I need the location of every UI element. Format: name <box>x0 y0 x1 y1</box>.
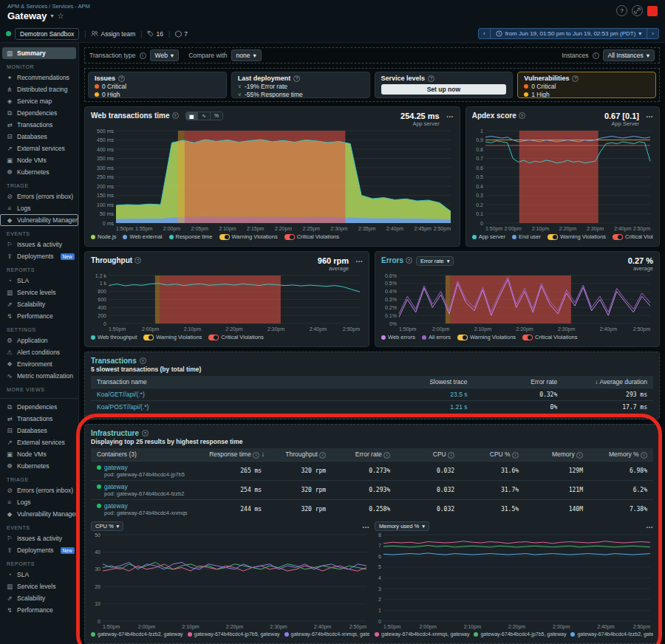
breadcrumb[interactable]: APM & Services / Services - APM <box>7 3 90 10</box>
help-icon[interactable]: ? <box>142 430 149 436</box>
container-link[interactable]: gateway <box>104 502 128 510</box>
infra-column-header[interactable]: Containers (3) <box>91 448 203 461</box>
legend-item[interactable]: Warning Violations <box>143 334 202 340</box>
sidebar-item-dependencies[interactable]: ⧉Dependencies <box>0 107 78 119</box>
sidebar-item-alert-conditions[interactable]: ⚠Alert conditions <box>0 346 78 358</box>
panel-menu-icon[interactable]: … <box>446 112 454 119</box>
cpu-metric-select[interactable]: CPU %▾ <box>91 521 123 531</box>
help-icon[interactable]: ? <box>293 75 300 82</box>
compare-with-select[interactable]: none▾ <box>231 49 262 61</box>
tx-column-header[interactable]: Slowest trace <box>383 376 474 388</box>
sidebar-item-metric-normalization[interactable]: ∿Metric normalization <box>0 370 78 382</box>
sidebar-item-vulnerability-management[interactable]: ◆Vulnerability Management <box>0 214 78 226</box>
infra-column-header[interactable]: Error rate i <box>332 448 396 461</box>
help-icon[interactable]: ? <box>428 75 434 82</box>
sidebar-item-vulnerability-management[interactable]: ◆Vulnerability Management <box>0 508 78 520</box>
sidebar-item-sla[interactable]: ◔SLA <box>0 275 78 287</box>
panel-menu-icon[interactable]: … <box>355 256 363 264</box>
legend-item[interactable]: Critical Violations <box>208 334 263 340</box>
legend-item[interactable]: Warning Violations <box>457 334 516 340</box>
tags-button[interactable]: 16 <box>147 30 163 38</box>
account-selector[interactable]: Demotron Sandbox <box>15 28 79 40</box>
sidebar-item-transactions[interactable]: ⇄Transactions <box>0 119 78 131</box>
sidebar-item-errors-errors-inbox[interactable]: ⊘Errors (errors inbox)New <box>0 191 78 202</box>
sidebar-item-service-map[interactable]: ◈Service map <box>0 95 78 107</box>
sidebar-item-databases[interactable]: ⊟Databases <box>0 131 78 143</box>
infra-column-header[interactable]: Throughput i <box>267 448 332 461</box>
help-icon[interactable]: ? <box>616 5 627 16</box>
legend-item[interactable]: App server <box>472 233 505 240</box>
tx-column-header[interactable]: ↓ Average duration <box>563 376 653 388</box>
infra-column-header[interactable]: CPU i <box>396 448 460 461</box>
sidebar-item-scalability[interactable]: ⇗Scalability <box>0 592 78 604</box>
info-icon[interactable]: i <box>593 52 599 59</box>
infra-column-header[interactable]: CPU % i <box>460 448 525 461</box>
legend-item[interactable]: Critical Violations <box>613 233 653 240</box>
sidebar-item-distributed-tracing[interactable]: ⋔Distributed tracing <box>0 83 78 95</box>
infrastructure-section-title[interactable]: Infrastructure <box>91 429 139 437</box>
chart-type-area-button[interactable]: ▅ <box>186 112 198 120</box>
sidebar-item-logs[interactable]: ≡Logs <box>0 496 78 508</box>
legend-item[interactable]: Critical Violations <box>522 334 577 340</box>
container-link[interactable]: gateway <box>104 464 128 471</box>
error-rate-select[interactable]: Error rate▾ <box>416 256 454 266</box>
sidebar-item-node-vms[interactable]: ▣Node VMs <box>0 154 78 166</box>
instances-select[interactable]: All Instances▾ <box>603 49 655 61</box>
chart-type-line-button[interactable]: ∿ <box>198 112 211 120</box>
legend-item[interactable]: Warning Violations <box>219 233 278 240</box>
sidebar-item-service-levels[interactable]: ▥Service levels <box>0 287 78 298</box>
transaction-type-select[interactable]: Web▾ <box>150 49 180 61</box>
assign-team-button[interactable]: Assign team <box>91 30 135 38</box>
time-back-button[interactable]: ‹ <box>479 29 491 38</box>
time-forward-button[interactable]: › <box>647 29 658 38</box>
info-icon[interactable]: i <box>383 452 390 459</box>
legend-item[interactable]: gateway-674b4bcdc4-fzzb2, gateway <box>91 631 183 637</box>
legend-item[interactable]: gateway-674b4bcdc4-jp7b5, gateway <box>474 631 566 637</box>
container-link[interactable]: gateway <box>104 483 128 490</box>
title-chevron-down-icon[interactable]: ▾ <box>50 13 53 19</box>
time-range-button[interactable]: from Jun 19, 01:50 pm to Jun 19, 02:53 p… <box>491 29 647 38</box>
chart-type-percent-button[interactable]: % <box>211 112 222 120</box>
legend-item[interactable]: End user <box>512 233 541 240</box>
sidebar-item-deployments[interactable]: ⇪DeploymentsNew <box>0 544 78 556</box>
sidebar-item-environment[interactable]: ❖Environment <box>0 358 78 370</box>
memory-metric-select[interactable]: Memory used %▾ <box>375 521 429 531</box>
sidebar-item-performance[interactable]: ↯Performance <box>0 310 78 322</box>
favorite-star-icon[interactable]: ☆ <box>58 12 64 20</box>
sidebar-item-scalability[interactable]: ⇗Scalability <box>0 298 78 310</box>
legend-item[interactable]: gateway-674b4bcdc4-jp7b5, gateway <box>188 631 280 637</box>
info-icon[interactable]: i <box>576 452 583 459</box>
sidebar-item-application[interactable]: ⚙Application <box>0 335 78 346</box>
help-icon[interactable]: ? <box>519 112 525 119</box>
sidebar-item-kubernetes[interactable]: ☸Kubernetes <box>0 460 78 472</box>
info-icon[interactable]: i <box>319 452 326 459</box>
legend-item[interactable]: Response time <box>169 233 213 240</box>
info-icon[interactable]: i <box>512 452 519 459</box>
legend-item[interactable]: All errors <box>422 334 451 340</box>
sidebar-item-performance[interactable]: ↯Performance <box>0 604 78 616</box>
help-icon[interactable]: ? <box>406 257 412 264</box>
sidebar-item-errors-errors-inbox[interactable]: ⊘Errors (errors inbox)New <box>0 484 78 496</box>
info-icon[interactable]: i <box>641 452 647 459</box>
legend-item[interactable]: gateway-674b4bcdc4-fzzb2, gateway <box>570 631 653 637</box>
sidebar-item-issues-activity[interactable]: ⚐Issues & activity <box>0 532 78 544</box>
legend-item[interactable]: Warning Violations <box>548 233 606 240</box>
help-icon[interactable]: ? <box>140 357 146 364</box>
panel-menu-icon[interactable]: … <box>646 112 653 119</box>
info-icon[interactable]: i <box>448 452 454 459</box>
set-up-now-button[interactable]: Set up now <box>381 84 507 95</box>
legend-item[interactable]: Web throughput <box>91 334 137 340</box>
infra-column-header[interactable]: Response time i ↓ <box>203 448 267 461</box>
help-icon[interactable]: ? <box>134 257 141 264</box>
panel-menu-icon[interactable]: … <box>362 522 369 530</box>
sidebar-item-recommendations[interactable]: ✦Recommendations <box>0 72 78 83</box>
legend-item[interactable]: Web errors <box>381 334 415 340</box>
sidebar-item-summary[interactable]: ▤Summary <box>2 47 76 59</box>
legend-item[interactable]: gateway-674b4bcdc4-xnmqs, gateway <box>375 631 469 637</box>
sidebar-item-databases[interactable]: ⊟Databases <box>0 425 78 436</box>
sidebar-item-transactions[interactable]: ⇄Transactions <box>0 413 78 425</box>
legend-item[interactable]: Critical Violations <box>284 233 339 240</box>
slowest-trace-link[interactable]: 1.21 s <box>450 403 467 411</box>
transaction-link[interactable]: Koa/GET//api/(.*) <box>97 391 145 398</box>
sidebar-item-external-services[interactable]: ↗External services <box>0 143 78 154</box>
